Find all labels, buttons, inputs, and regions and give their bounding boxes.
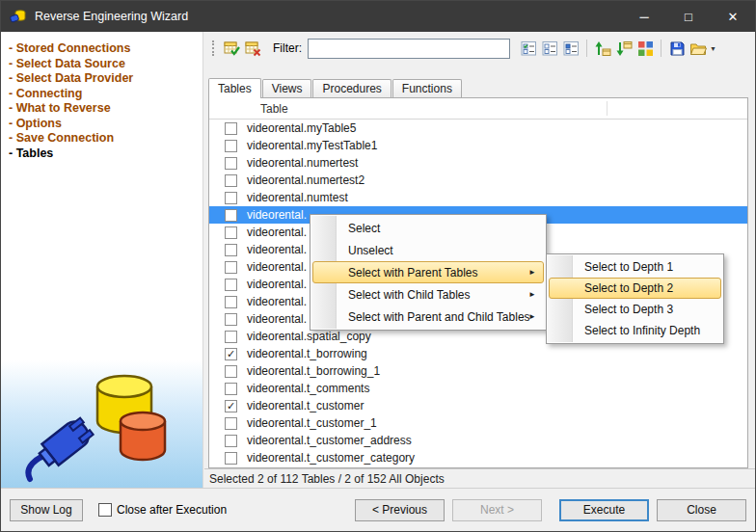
table-name: videorental.t_borrowing_1	[247, 364, 380, 378]
tab-views[interactable]: Views	[262, 79, 312, 97]
table-name: videorental.myTable5	[247, 121, 356, 135]
row-checkbox[interactable]	[225, 140, 237, 152]
select-with-children-icon[interactable]	[613, 38, 634, 59]
row-checkbox[interactable]: ✓	[225, 400, 237, 412]
show-log-button[interactable]: Show Log	[10, 499, 83, 521]
table-row[interactable]: videorental.t_borrowing_1	[209, 362, 747, 380]
row-checkbox[interactable]	[225, 261, 237, 274]
column-divider	[607, 101, 608, 116]
table-column-header[interactable]: Table	[260, 102, 288, 116]
uncheck-filtered-icon[interactable]	[539, 38, 560, 59]
row-checkbox[interactable]	[225, 244, 237, 256]
submenu-arrow-icon: ►	[528, 290, 536, 299]
close-after-execution-label[interactable]: Close after Execution	[117, 503, 227, 517]
table-row[interactable]: ✓videorental.t_borrowing	[209, 345, 747, 362]
table-row[interactable]: videorental.t_customer_category	[209, 449, 747, 466]
plug-database-illustration	[1, 360, 202, 488]
menu-item-label: Select with Parent Tables	[348, 266, 478, 279]
previous-button[interactable]: < Previous	[355, 499, 445, 521]
depth-submenu: Select to Depth 1Select to Depth 2Select…	[546, 253, 724, 344]
close-button[interactable]: ✕	[711, 1, 755, 32]
context-menu-item-select[interactable]: Select	[312, 217, 544, 239]
next-button[interactable]: Next >	[452, 499, 542, 521]
close-after-execution-option[interactable]: Close after Execution	[98, 503, 227, 517]
app-icon	[10, 8, 27, 25]
table-row[interactable]: videorental.myTestTable1	[209, 137, 747, 154]
check-filtered-icon[interactable]	[518, 38, 539, 59]
table-row[interactable]: videorental.t_customer_1	[209, 414, 747, 432]
table-row[interactable]: videorental.numertest	[209, 154, 747, 172]
submenu-item-select-to-depth-1[interactable]: Select to Depth 1	[549, 256, 721, 278]
tab-functions[interactable]: Functions	[392, 79, 462, 97]
invert-selection-icon[interactable]	[560, 38, 581, 59]
row-checkbox[interactable]	[225, 383, 237, 395]
menu-item-label: Select to Depth 2	[584, 281, 673, 295]
row-checkbox[interactable]	[225, 174, 237, 187]
table-row[interactable]: videorental.t_customer_address	[209, 432, 747, 449]
row-checkbox[interactable]	[225, 226, 237, 239]
close-dialog-button[interactable]: Close	[657, 499, 746, 521]
submenu-item-select-to-depth-2[interactable]: Select to Depth 2	[549, 278, 721, 299]
check-all-tables-icon[interactable]	[221, 38, 242, 59]
save-selection-icon[interactable]	[666, 38, 688, 59]
submenu-item-select-to-depth-3[interactable]: Select to Depth 3	[549, 299, 721, 320]
toolbar-grip[interactable]	[212, 40, 216, 56]
row-checkbox[interactable]	[225, 417, 237, 430]
select-with-parents-icon[interactable]	[592, 38, 613, 59]
context-menu: SelectUnselectSelect with Parent Tables►…	[310, 214, 547, 331]
table-name: videorental.t_customer_address	[247, 434, 412, 447]
minimize-button[interactable]: ─	[622, 1, 666, 32]
row-checkbox[interactable]	[225, 313, 237, 326]
tab-tables[interactable]: Tables	[208, 78, 261, 98]
row-checkbox[interactable]	[225, 209, 237, 222]
wizard-step-list: - Stored Connections- Select Data Source…	[1, 32, 202, 161]
filter-input[interactable]	[308, 39, 510, 59]
open-dropdown-arrow-icon[interactable]: ▼	[710, 45, 716, 52]
row-checkbox[interactable]	[225, 365, 237, 378]
row-checkbox[interactable]	[225, 296, 237, 308]
table-name: videorental.numertest	[247, 156, 358, 170]
tab-procedures[interactable]: Procedures	[312, 79, 391, 97]
toolbar: Filter: ▼	[204, 32, 755, 65]
table-name: videorental.t_customer	[247, 399, 364, 412]
row-checkbox[interactable]: ✓	[225, 348, 237, 360]
table-row[interactable]: ✓videorental.t_customer	[209, 397, 747, 414]
table-name: videorental.t_customer_category	[247, 451, 415, 465]
load-selection-icon[interactable]	[688, 38, 709, 59]
row-checkbox[interactable]	[225, 192, 237, 204]
row-checkbox[interactable]	[225, 157, 237, 170]
wizard-step-select-data-provider: - Select Data Provider	[9, 71, 202, 87]
table-row[interactable]: videorental.numertest2	[209, 172, 747, 189]
titlebar: Reverse Engineering Wizard ─□✕	[1, 1, 755, 32]
row-checkbox[interactable]	[225, 331, 237, 343]
status-bar: Selected 2 of 112 Tables / 2 of 152 All …	[204, 468, 755, 488]
grid-header: Table	[209, 98, 747, 120]
row-checkbox[interactable]	[225, 122, 237, 135]
context-menu-item-select-with-child-tables[interactable]: Select with Child Tables►	[312, 283, 544, 306]
table-row[interactable]: videorental.t_comments	[209, 380, 747, 397]
wizard-step-select-data-source: - Select Data Source	[9, 57, 202, 72]
context-menu-item-select-with-parent-tables[interactable]: Select with Parent Tables►	[312, 261, 544, 283]
toolbar-check-group	[221, 38, 263, 59]
table-name: videorental.	[247, 295, 307, 308]
table-row[interactable]: videorental.myTable5	[209, 120, 747, 137]
row-checkbox[interactable]	[225, 279, 237, 291]
execute-button[interactable]: Execute	[559, 499, 649, 521]
context-menu-item-unselect[interactable]: Unselect	[312, 239, 544, 261]
uncheck-all-tables-icon[interactable]	[242, 38, 263, 59]
wizard-step-tables: - Tables	[9, 146, 202, 162]
maximize-button[interactable]: □	[666, 1, 711, 32]
table-row[interactable]: videorental.numtest	[209, 189, 747, 206]
table-name: videorental.t_customer_1	[247, 416, 377, 430]
row-checkbox[interactable]	[225, 452, 237, 465]
window-title: Reverse Engineering Wizard	[35, 10, 188, 23]
submenu-arrow-icon: ►	[528, 312, 536, 321]
window-controls: ─□✕	[622, 1, 755, 32]
filter-label: Filter:	[273, 41, 302, 55]
context-menu-item-select-with-parent-and-child-tables[interactable]: Select with Parent and Child Tables►	[312, 306, 544, 328]
row-checkbox[interactable]	[225, 435, 237, 447]
menu-item-label: Select to Depth 3	[584, 303, 673, 316]
submenu-item-select-to-infinity-depth[interactable]: Select to Infinity Depth	[549, 320, 721, 341]
close-after-execution-checkbox[interactable]	[98, 503, 112, 517]
select-related-icon[interactable]	[634, 38, 656, 59]
